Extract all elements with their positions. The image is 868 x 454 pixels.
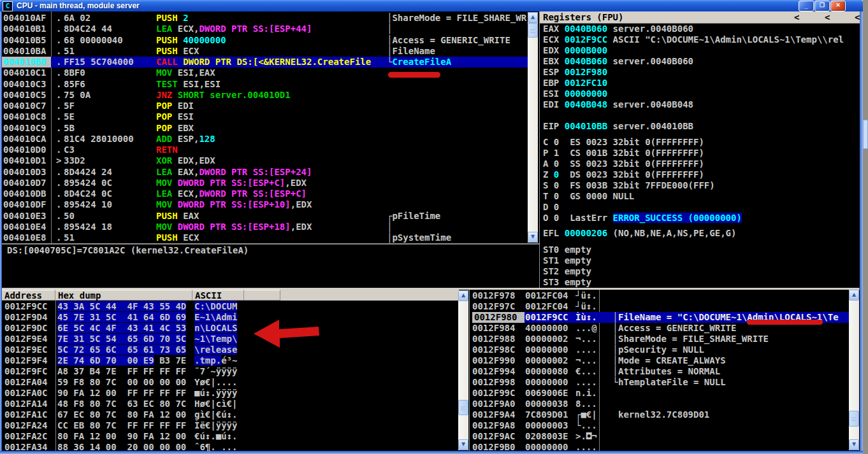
disasm-row[interactable]: 004010CA.81C4 28010000ADD ESP,128 bbox=[2, 134, 528, 145]
register-row[interactable]: D 0 bbox=[543, 202, 559, 213]
disasm-scrollbar-thumb[interactable] bbox=[528, 23, 538, 38]
address: 004010DB bbox=[3, 188, 46, 199]
minimize-button[interactable]: _ bbox=[799, 1, 814, 11]
disasm-row[interactable]: 004010AF.6A 02PUSH 2│ShareMode = FILE_SH… bbox=[2, 13, 528, 24]
stack-row[interactable]: 0012F99C0069006En.i. bbox=[470, 388, 849, 399]
register-row[interactable]: ECX 0012F9CC ASCII "C:\DOCUME~1\Admin\LO… bbox=[543, 34, 844, 45]
register-row[interactable]: ST3 empty bbox=[543, 277, 591, 288]
stack-row[interactable]: 0012F99800000000....└hTemplateFile = NUL… bbox=[470, 377, 849, 388]
dump-row[interactable]: 0012FA1448 F8 80 7C 63 EC 80 7CHø€|cì€| bbox=[2, 399, 458, 409]
disasm-row[interactable]: 004010C7.5FPOP EDI bbox=[2, 101, 528, 111]
stack-scrollbar-thumb[interactable] bbox=[849, 411, 859, 427]
disasm-row[interactable]: 004010DB.8D4C24 0CLEA ECX,DWORD PTR SS:[… bbox=[2, 188, 528, 199]
argument-annotation: ShareMode = FILE_SHARE_WRITE bbox=[618, 334, 849, 344]
opcode-mark: . bbox=[56, 222, 61, 232]
disasm-row[interactable]: 004010BB.FF15 5C704000CALL DWORD PTR DS:… bbox=[2, 57, 528, 67]
stack-row[interactable]: 0012F9780012FC04┘ü↕. bbox=[470, 290, 849, 301]
disasm-row[interactable]: 004010D0.C3RETN bbox=[2, 145, 528, 155]
scroll-down-icon[interactable]: ▼ bbox=[849, 439, 859, 450]
stack-row[interactable]: 0012F9A47C809D01┌■€|kernel32.7C809D01 bbox=[470, 409, 849, 420]
instruction-part: PUSH bbox=[156, 46, 183, 56]
register-row[interactable]: ESP 0012F980 bbox=[543, 67, 607, 78]
register-row[interactable]: ST0 empty bbox=[543, 245, 591, 255]
dump-row[interactable]: 0012F9EC5C 72 65 6C 65 61 73 65\release bbox=[2, 344, 458, 355]
instruction-part: LEA bbox=[156, 188, 178, 199]
registers-pane: Registers (FPU) < < < EAX 0040B060 serve… bbox=[539, 11, 860, 288]
register-row[interactable]: S 0 FS 003B 32bit 7FFDE000(FFF) bbox=[543, 180, 715, 191]
stack-row[interactable]: 0012F9A0000000388... bbox=[470, 399, 849, 409]
scroll-down-icon[interactable]: ▼ bbox=[528, 232, 538, 243]
disasm-row[interactable]: 004010DF.895424 10MOV DWORD PTR SS:[ESP+… bbox=[2, 199, 528, 210]
disasm-row[interactable]: 004010B5.68 00000040PUSH 40000000│Access… bbox=[2, 35, 528, 46]
register-row[interactable]: EBP 0012FC10 bbox=[543, 78, 607, 89]
scroll-up-icon[interactable]: ▲ bbox=[849, 290, 859, 301]
stack-row[interactable]: 0012F9B000000000.... bbox=[470, 442, 849, 453]
dump-row[interactable]: 0012FA0459 F8 80 7C 00 00 00 00Yø€|.... bbox=[2, 377, 458, 388]
disasm-row[interactable]: 004010C5.75 0AJNZ SHORT server.004010D1 bbox=[2, 90, 528, 101]
disasm-scrollbar[interactable]: ▲ ▼ bbox=[528, 12, 538, 243]
register-row[interactable]: A 0 SS 0023 32bit 0(FFFFFFFF) bbox=[543, 159, 704, 169]
disasm-row[interactable]: 004010BA.51PUSH ECX│FileName bbox=[2, 46, 528, 57]
close-button[interactable]: ✕ bbox=[830, 1, 846, 11]
dump-row[interactable]: 0012F9FCA8 37 B4 7E FF FF FF FF¨7´~ÿÿÿÿ bbox=[2, 366, 458, 377]
stack-row[interactable]: 0012F99000000002¬...│Mode = CREATE_ALWAY… bbox=[470, 355, 849, 366]
scroll-up-icon[interactable]: ▲ bbox=[458, 290, 468, 301]
dump-scrollbar-thumb[interactable] bbox=[458, 400, 468, 415]
disasm-row[interactable]: 004010D1>33D2XOR EDX,EDX bbox=[2, 155, 528, 166]
instruction-part: ,EDX bbox=[291, 199, 312, 209]
disasm-row[interactable]: 004010E4.895424 18MOV DWORD PTR SS:[ESP+… bbox=[2, 222, 528, 232]
instruction-part: DWORD PTR SS:[ESP+24] bbox=[199, 167, 312, 177]
register-row[interactable]: ESI 00000000 bbox=[543, 89, 607, 99]
dump-row[interactable]: 0012F9D445 7E 31 5C 41 64 6D 69E~1\Admi bbox=[2, 312, 458, 323]
stack-row[interactable]: 0012F97C0012FC04┘ü↕. bbox=[470, 301, 849, 312]
disasm-row[interactable]: 004010E3.50PUSH EAX┌pFileTime bbox=[2, 211, 528, 222]
register-part: 004010BB bbox=[565, 121, 607, 131]
disasm-row[interactable]: 004010B1.8D4C24 44LEA ECX,DWORD PTR SS:[… bbox=[2, 24, 528, 34]
disasm-row[interactable]: 004010E8.51PUSH ECX│pSystemTime bbox=[2, 232, 528, 243]
dump-scrollbar[interactable]: ▲ ▼ bbox=[458, 290, 468, 450]
stack-scrollbar[interactable]: ▲ ▼ bbox=[849, 290, 859, 450]
register-row[interactable]: ST2 empty bbox=[543, 266, 591, 277]
address: 0012F9AC bbox=[472, 431, 515, 442]
stack-row[interactable]: 0012F98800000002¬...│ShareMode = FILE_SH… bbox=[470, 334, 849, 344]
hex-plain: 59 F8 80 7C 00 00 00 00 bbox=[57, 377, 186, 387]
disasm-row[interactable]: 004010D7.895424 0CMOV DWORD PTR SS:[ESP+… bbox=[2, 178, 528, 188]
stack-row[interactable]: 0012F99400000080€...│Attributes = NORMAL bbox=[470, 366, 849, 377]
register-row[interactable]: ST1 empty bbox=[543, 255, 591, 266]
address: 004010D7 bbox=[3, 178, 46, 188]
register-row[interactable]: EDI 0040B048 server.0040B048 bbox=[543, 99, 693, 110]
disasm-row[interactable]: 004010C3.85F6TEST ESI,ESI bbox=[2, 79, 528, 90]
dump-row[interactable]: 0012F9DC6E 5C 4C 4F 43 41 4C 53n\LOCALS bbox=[2, 323, 458, 334]
dump-row[interactable]: 0012F9F42E 74 6D 70 00 E9 B3 7E.tmp.é³~ bbox=[2, 355, 458, 366]
scroll-down-icon[interactable]: ▼ bbox=[458, 439, 468, 450]
disasm-row[interactable]: 004010D3.8D4424 24LEA EAX,DWORD PTR SS:[… bbox=[2, 167, 528, 178]
disasm-row[interactable]: 004010C8.5EPOP ESI bbox=[2, 111, 528, 122]
register-row[interactable]: EDX 0000B000 bbox=[543, 45, 607, 56]
scroll-up-icon[interactable]: ▲ bbox=[528, 12, 538, 23]
window-titlebar[interactable]: C CPU - main thread, module server _ ❐ ✕ bbox=[0, 0, 863, 11]
register-row[interactable]: EBX 0040B060 server.0040B060 bbox=[543, 56, 693, 67]
register-row[interactable]: P 1 CS 001B 32bit 0(FFFFFFFF) bbox=[543, 148, 704, 159]
dump-row[interactable]: 0012F9E47E 31 5C 54 65 6D 70 5C~1\Temp\ bbox=[2, 334, 458, 344]
dump-row[interactable]: 0012FA1C67 EC 80 7C 80 FA 12 00gì€|€ú↕. bbox=[2, 409, 458, 420]
register-row[interactable]: EAX 0040B060 server.0040B060 bbox=[543, 24, 693, 34]
maximize-button[interactable]: ❐ bbox=[814, 1, 830, 11]
dump-row[interactable]: 0012FA24CC EB 80 7C FF FF FF FFÌë€|ÿÿÿÿ bbox=[2, 420, 458, 431]
stack-row[interactable]: 0012F9AC0208003E>.◘¬ bbox=[470, 431, 849, 442]
dump-row[interactable]: 0012FA2C80 FA 12 00 90 FA 12 00€ú↕.■ú↕. bbox=[2, 431, 458, 442]
register-row[interactable]: EIP 004010BB server.004010BB bbox=[543, 121, 693, 132]
stack-row[interactable]: 0012F98C00000000....│pSecurity = NULL bbox=[470, 344, 849, 355]
register-row[interactable]: EFL 00000206 (NO,NB,NE,A,NS,PE,GE,G) bbox=[543, 228, 736, 239]
disasm-row[interactable]: 004010C1.8BF0MOV ESI,EAX bbox=[2, 67, 528, 78]
disasm-row[interactable]: 004010C9.5BPOP EBX bbox=[2, 123, 528, 134]
register-row[interactable]: C 0 ES 0023 32bit 0(FFFFFFFF) bbox=[543, 137, 704, 148]
dump-row[interactable]: 0012FA3488 36 14 00 20 00 00 00ˆ6¶. ... bbox=[2, 442, 458, 453]
dump-row[interactable]: 0012F9CC43 3A 5C 44 4F 43 55 4DC:\DOCUM bbox=[2, 301, 458, 312]
register-row[interactable]: Z 0 DS 0023 32bit 0(FFFFFFFF) bbox=[543, 169, 704, 180]
dump-row[interactable]: 0012FA0C90 FA 12 00 FF FF FF FF■ú↕.ÿÿÿÿ bbox=[2, 388, 458, 399]
register-row[interactable]: T 0 GS 0000 NULL bbox=[543, 191, 634, 202]
instruction: PUSH 40000000 bbox=[156, 35, 226, 46]
register-row[interactable]: O 0 LastErr ERROR_SUCCESS (00000000) bbox=[543, 213, 742, 223]
window-title: CPU - main thread, module server bbox=[17, 1, 140, 10]
stack-row[interactable]: 0012F9A800000003└... bbox=[470, 420, 849, 431]
